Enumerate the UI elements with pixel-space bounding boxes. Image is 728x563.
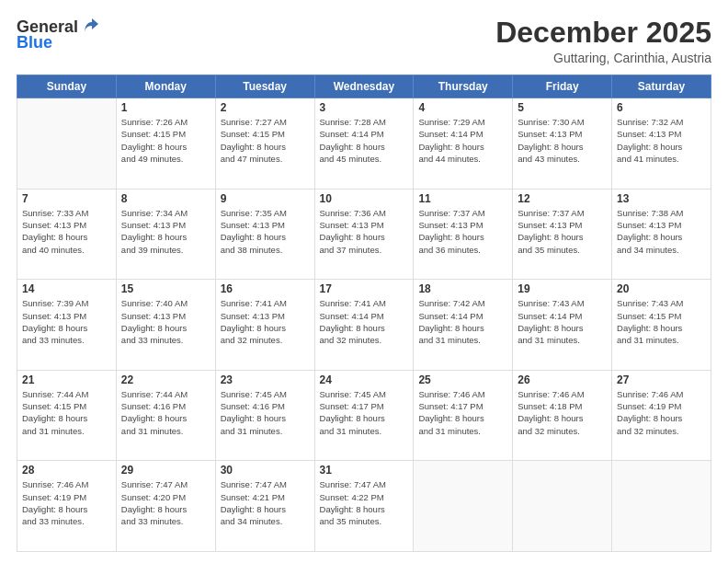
day-info: Sunrise: 7:46 AM Sunset: 4:19 PM Dayligh… bbox=[22, 478, 111, 527]
day-number: 28 bbox=[22, 464, 111, 477]
table-row: 15Sunrise: 7:40 AM Sunset: 4:13 PM Dayli… bbox=[116, 280, 215, 371]
calendar-header-row: Sunday Monday Tuesday Wednesday Thursday… bbox=[17, 75, 711, 98]
day-number: 12 bbox=[518, 192, 607, 205]
day-info: Sunrise: 7:37 AM Sunset: 4:13 PM Dayligh… bbox=[418, 207, 507, 256]
title-section: December 2025 Guttaring, Carinthia, Aust… bbox=[495, 17, 711, 65]
day-number: 1 bbox=[121, 101, 210, 114]
table-row: 1Sunrise: 7:26 AM Sunset: 4:15 PM Daylig… bbox=[116, 98, 215, 190]
day-info: Sunrise: 7:32 AM Sunset: 4:13 PM Dayligh… bbox=[617, 116, 706, 165]
day-info: Sunrise: 7:46 AM Sunset: 4:17 PM Dayligh… bbox=[418, 388, 507, 437]
day-info: Sunrise: 7:34 AM Sunset: 4:13 PM Dayligh… bbox=[121, 207, 210, 256]
logo: General Blue bbox=[17, 17, 102, 52]
day-info: Sunrise: 7:40 AM Sunset: 4:13 PM Dayligh… bbox=[121, 297, 210, 346]
table-row: 25Sunrise: 7:46 AM Sunset: 4:17 PM Dayli… bbox=[414, 370, 513, 461]
location-subtitle: Guttaring, Carinthia, Austria bbox=[495, 51, 711, 65]
table-row: 17Sunrise: 7:41 AM Sunset: 4:14 PM Dayli… bbox=[314, 280, 414, 371]
table-row: 23Sunrise: 7:45 AM Sunset: 4:16 PM Dayli… bbox=[215, 370, 314, 461]
day-info: Sunrise: 7:45 AM Sunset: 4:17 PM Dayligh… bbox=[320, 388, 409, 437]
day-number: 11 bbox=[418, 192, 507, 205]
table-row: 24Sunrise: 7:45 AM Sunset: 4:17 PM Dayli… bbox=[314, 370, 414, 461]
table-row: 14Sunrise: 7:39 AM Sunset: 4:13 PM Dayli… bbox=[17, 280, 117, 371]
day-info: Sunrise: 7:30 AM Sunset: 4:13 PM Dayligh… bbox=[518, 116, 607, 165]
table-row: 4Sunrise: 7:29 AM Sunset: 4:14 PM Daylig… bbox=[414, 98, 513, 190]
day-info: Sunrise: 7:44 AM Sunset: 4:15 PM Dayligh… bbox=[22, 388, 111, 437]
month-title: December 2025 bbox=[495, 17, 711, 49]
day-info: Sunrise: 7:35 AM Sunset: 4:13 PM Dayligh… bbox=[221, 207, 310, 256]
day-info: Sunrise: 7:26 AM Sunset: 4:15 PM Dayligh… bbox=[121, 116, 210, 165]
table-row: 10Sunrise: 7:36 AM Sunset: 4:13 PM Dayli… bbox=[314, 189, 414, 280]
table-row: 6Sunrise: 7:32 AM Sunset: 4:13 PM Daylig… bbox=[612, 98, 711, 190]
day-number: 5 bbox=[518, 101, 607, 114]
day-number: 3 bbox=[320, 101, 409, 114]
calendar-table: Sunday Monday Tuesday Wednesday Thursday… bbox=[17, 75, 711, 552]
day-info: Sunrise: 7:46 AM Sunset: 4:18 PM Dayligh… bbox=[518, 388, 607, 437]
col-wednesday: Wednesday bbox=[314, 75, 414, 98]
table-row bbox=[513, 461, 612, 552]
day-number: 27 bbox=[617, 373, 706, 386]
calendar-week-row: 14Sunrise: 7:39 AM Sunset: 4:13 PM Dayli… bbox=[17, 280, 711, 371]
day-number: 9 bbox=[221, 192, 310, 205]
day-info: Sunrise: 7:44 AM Sunset: 4:16 PM Dayligh… bbox=[121, 388, 210, 437]
table-row: 21Sunrise: 7:44 AM Sunset: 4:15 PM Dayli… bbox=[17, 370, 117, 461]
day-number: 23 bbox=[221, 373, 310, 386]
table-row: 13Sunrise: 7:38 AM Sunset: 4:13 PM Dayli… bbox=[612, 189, 711, 280]
table-row: 31Sunrise: 7:47 AM Sunset: 4:22 PM Dayli… bbox=[314, 461, 414, 552]
day-info: Sunrise: 7:28 AM Sunset: 4:14 PM Dayligh… bbox=[320, 116, 409, 165]
table-row: 2Sunrise: 7:27 AM Sunset: 4:15 PM Daylig… bbox=[215, 98, 314, 190]
day-number: 8 bbox=[121, 192, 210, 205]
day-info: Sunrise: 7:39 AM Sunset: 4:13 PM Dayligh… bbox=[22, 297, 111, 346]
calendar-week-row: 1Sunrise: 7:26 AM Sunset: 4:15 PM Daylig… bbox=[17, 98, 711, 190]
day-number: 2 bbox=[221, 101, 310, 114]
table-row: 8Sunrise: 7:34 AM Sunset: 4:13 PM Daylig… bbox=[116, 189, 215, 280]
day-info: Sunrise: 7:33 AM Sunset: 4:13 PM Dayligh… bbox=[22, 207, 111, 256]
day-info: Sunrise: 7:42 AM Sunset: 4:14 PM Dayligh… bbox=[418, 297, 507, 346]
day-info: Sunrise: 7:41 AM Sunset: 4:14 PM Dayligh… bbox=[320, 297, 409, 346]
day-number: 19 bbox=[518, 282, 607, 295]
table-row: 9Sunrise: 7:35 AM Sunset: 4:13 PM Daylig… bbox=[215, 189, 314, 280]
day-info: Sunrise: 7:45 AM Sunset: 4:16 PM Dayligh… bbox=[221, 388, 310, 437]
table-row: 19Sunrise: 7:43 AM Sunset: 4:14 PM Dayli… bbox=[513, 280, 612, 371]
logo-flag-icon bbox=[82, 17, 102, 37]
table-row: 20Sunrise: 7:43 AM Sunset: 4:15 PM Dayli… bbox=[612, 280, 711, 371]
col-saturday: Saturday bbox=[612, 75, 711, 98]
table-row: 11Sunrise: 7:37 AM Sunset: 4:13 PM Dayli… bbox=[414, 189, 513, 280]
table-row: 28Sunrise: 7:46 AM Sunset: 4:19 PM Dayli… bbox=[17, 461, 117, 552]
table-row: 26Sunrise: 7:46 AM Sunset: 4:18 PM Dayli… bbox=[513, 370, 612, 461]
table-row: 22Sunrise: 7:44 AM Sunset: 4:16 PM Dayli… bbox=[116, 370, 215, 461]
day-number: 17 bbox=[320, 282, 409, 295]
col-sunday: Sunday bbox=[17, 75, 117, 98]
table-row: 7Sunrise: 7:33 AM Sunset: 4:13 PM Daylig… bbox=[17, 189, 117, 280]
table-row: 30Sunrise: 7:47 AM Sunset: 4:21 PM Dayli… bbox=[215, 461, 314, 552]
day-info: Sunrise: 7:47 AM Sunset: 4:22 PM Dayligh… bbox=[320, 478, 409, 527]
calendar-week-row: 21Sunrise: 7:44 AM Sunset: 4:15 PM Dayli… bbox=[17, 370, 711, 461]
day-number: 7 bbox=[22, 192, 111, 205]
col-friday: Friday bbox=[513, 75, 612, 98]
page: General Blue December 2025 Guttaring, Ca… bbox=[0, 0, 728, 563]
day-number: 4 bbox=[418, 101, 507, 114]
day-info: Sunrise: 7:43 AM Sunset: 4:15 PM Dayligh… bbox=[617, 297, 706, 346]
table-row: 29Sunrise: 7:47 AM Sunset: 4:20 PM Dayli… bbox=[116, 461, 215, 552]
col-monday: Monday bbox=[116, 75, 215, 98]
calendar-week-row: 28Sunrise: 7:46 AM Sunset: 4:19 PM Dayli… bbox=[17, 461, 711, 552]
day-number: 10 bbox=[320, 192, 409, 205]
day-number: 25 bbox=[418, 373, 507, 386]
table-row bbox=[414, 461, 513, 552]
table-row bbox=[17, 98, 117, 190]
day-info: Sunrise: 7:37 AM Sunset: 4:13 PM Dayligh… bbox=[518, 207, 607, 256]
table-row: 16Sunrise: 7:41 AM Sunset: 4:13 PM Dayli… bbox=[215, 280, 314, 371]
day-number: 13 bbox=[617, 192, 706, 205]
day-number: 6 bbox=[617, 101, 706, 114]
day-number: 16 bbox=[221, 282, 310, 295]
day-number: 22 bbox=[121, 373, 210, 386]
calendar-week-row: 7Sunrise: 7:33 AM Sunset: 4:13 PM Daylig… bbox=[17, 189, 711, 280]
day-number: 31 bbox=[320, 464, 409, 477]
day-info: Sunrise: 7:43 AM Sunset: 4:14 PM Dayligh… bbox=[518, 297, 607, 346]
day-number: 15 bbox=[121, 282, 210, 295]
day-info: Sunrise: 7:38 AM Sunset: 4:13 PM Dayligh… bbox=[617, 207, 706, 256]
day-number: 18 bbox=[418, 282, 507, 295]
day-info: Sunrise: 7:47 AM Sunset: 4:21 PM Dayligh… bbox=[221, 478, 310, 527]
day-info: Sunrise: 7:29 AM Sunset: 4:14 PM Dayligh… bbox=[418, 116, 507, 165]
col-thursday: Thursday bbox=[414, 75, 513, 98]
day-number: 24 bbox=[320, 373, 409, 386]
table-row: 18Sunrise: 7:42 AM Sunset: 4:14 PM Dayli… bbox=[414, 280, 513, 371]
